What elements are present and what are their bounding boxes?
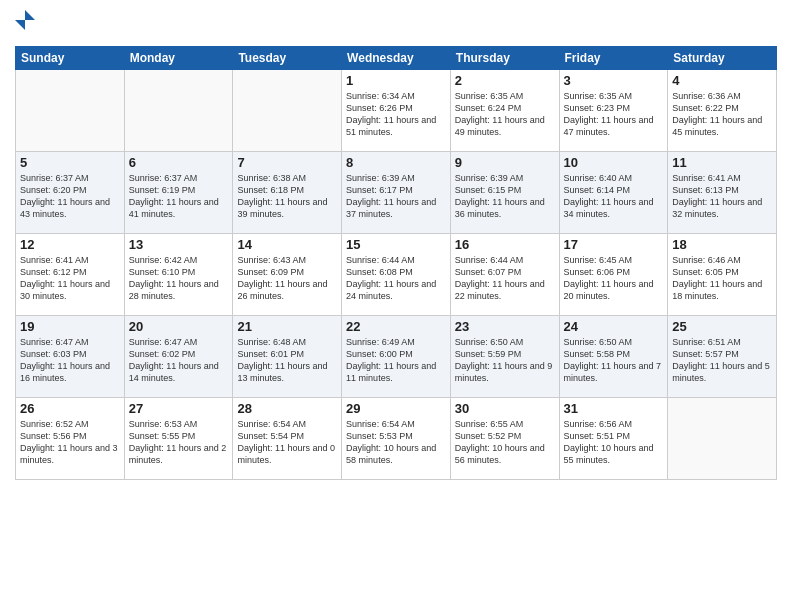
calendar-cell: 2Sunrise: 6:35 AM Sunset: 6:24 PM Daylig… xyxy=(450,70,559,152)
calendar-cell: 10Sunrise: 6:40 AM Sunset: 6:14 PM Dayli… xyxy=(559,152,668,234)
calendar-cell: 17Sunrise: 6:45 AM Sunset: 6:06 PM Dayli… xyxy=(559,234,668,316)
calendar-cell: 4Sunrise: 6:36 AM Sunset: 6:22 PM Daylig… xyxy=(668,70,777,152)
calendar-cell xyxy=(124,70,233,152)
day-number: 1 xyxy=(346,73,446,88)
calendar-cell xyxy=(233,70,342,152)
header xyxy=(15,10,777,38)
calendar-cell: 20Sunrise: 6:47 AM Sunset: 6:02 PM Dayli… xyxy=(124,316,233,398)
cell-content: Sunrise: 6:34 AM Sunset: 6:26 PM Dayligh… xyxy=(346,90,446,139)
cell-content: Sunrise: 6:40 AM Sunset: 6:14 PM Dayligh… xyxy=(564,172,664,221)
calendar-header-saturday: Saturday xyxy=(668,47,777,70)
logo-icon xyxy=(15,10,35,38)
svg-marker-1 xyxy=(15,20,25,30)
day-number: 6 xyxy=(129,155,229,170)
svg-marker-0 xyxy=(25,10,35,20)
day-number: 29 xyxy=(346,401,446,416)
day-number: 26 xyxy=(20,401,120,416)
day-number: 14 xyxy=(237,237,337,252)
cell-content: Sunrise: 6:37 AM Sunset: 6:20 PM Dayligh… xyxy=(20,172,120,221)
day-number: 9 xyxy=(455,155,555,170)
cell-content: Sunrise: 6:46 AM Sunset: 6:05 PM Dayligh… xyxy=(672,254,772,303)
cell-content: Sunrise: 6:54 AM Sunset: 5:53 PM Dayligh… xyxy=(346,418,446,467)
calendar-cell: 28Sunrise: 6:54 AM Sunset: 5:54 PM Dayli… xyxy=(233,398,342,480)
day-number: 4 xyxy=(672,73,772,88)
cell-content: Sunrise: 6:35 AM Sunset: 6:23 PM Dayligh… xyxy=(564,90,664,139)
day-number: 19 xyxy=(20,319,120,334)
calendar-cell: 13Sunrise: 6:42 AM Sunset: 6:10 PM Dayli… xyxy=(124,234,233,316)
cell-content: Sunrise: 6:38 AM Sunset: 6:18 PM Dayligh… xyxy=(237,172,337,221)
day-number: 28 xyxy=(237,401,337,416)
day-number: 22 xyxy=(346,319,446,334)
calendar-header-sunday: Sunday xyxy=(16,47,125,70)
calendar-week-1: 1Sunrise: 6:34 AM Sunset: 6:26 PM Daylig… xyxy=(16,70,777,152)
cell-content: Sunrise: 6:39 AM Sunset: 6:17 PM Dayligh… xyxy=(346,172,446,221)
cell-content: Sunrise: 6:48 AM Sunset: 6:01 PM Dayligh… xyxy=(237,336,337,385)
calendar-cell: 22Sunrise: 6:49 AM Sunset: 6:00 PM Dayli… xyxy=(342,316,451,398)
calendar-cell: 15Sunrise: 6:44 AM Sunset: 6:08 PM Dayli… xyxy=(342,234,451,316)
calendar-week-4: 19Sunrise: 6:47 AM Sunset: 6:03 PM Dayli… xyxy=(16,316,777,398)
calendar-cell: 29Sunrise: 6:54 AM Sunset: 5:53 PM Dayli… xyxy=(342,398,451,480)
calendar-cell: 26Sunrise: 6:52 AM Sunset: 5:56 PM Dayli… xyxy=(16,398,125,480)
cell-content: Sunrise: 6:43 AM Sunset: 6:09 PM Dayligh… xyxy=(237,254,337,303)
day-number: 12 xyxy=(20,237,120,252)
day-number: 27 xyxy=(129,401,229,416)
calendar-cell: 14Sunrise: 6:43 AM Sunset: 6:09 PM Dayli… xyxy=(233,234,342,316)
cell-content: Sunrise: 6:56 AM Sunset: 5:51 PM Dayligh… xyxy=(564,418,664,467)
day-number: 2 xyxy=(455,73,555,88)
calendar-cell: 24Sunrise: 6:50 AM Sunset: 5:58 PM Dayli… xyxy=(559,316,668,398)
cell-content: Sunrise: 6:50 AM Sunset: 5:59 PM Dayligh… xyxy=(455,336,555,385)
day-number: 23 xyxy=(455,319,555,334)
calendar-week-5: 26Sunrise: 6:52 AM Sunset: 5:56 PM Dayli… xyxy=(16,398,777,480)
calendar-header-thursday: Thursday xyxy=(450,47,559,70)
calendar-header-row: SundayMondayTuesdayWednesdayThursdayFrid… xyxy=(16,47,777,70)
cell-content: Sunrise: 6:41 AM Sunset: 6:13 PM Dayligh… xyxy=(672,172,772,221)
calendar-header-tuesday: Tuesday xyxy=(233,47,342,70)
calendar-cell: 11Sunrise: 6:41 AM Sunset: 6:13 PM Dayli… xyxy=(668,152,777,234)
cell-content: Sunrise: 6:45 AM Sunset: 6:06 PM Dayligh… xyxy=(564,254,664,303)
cell-content: Sunrise: 6:42 AM Sunset: 6:10 PM Dayligh… xyxy=(129,254,229,303)
cell-content: Sunrise: 6:54 AM Sunset: 5:54 PM Dayligh… xyxy=(237,418,337,467)
day-number: 16 xyxy=(455,237,555,252)
day-number: 13 xyxy=(129,237,229,252)
cell-content: Sunrise: 6:52 AM Sunset: 5:56 PM Dayligh… xyxy=(20,418,120,467)
cell-content: Sunrise: 6:55 AM Sunset: 5:52 PM Dayligh… xyxy=(455,418,555,467)
page: SundayMondayTuesdayWednesdayThursdayFrid… xyxy=(0,0,792,612)
day-number: 25 xyxy=(672,319,772,334)
calendar: SundayMondayTuesdayWednesdayThursdayFrid… xyxy=(15,46,777,480)
calendar-cell: 19Sunrise: 6:47 AM Sunset: 6:03 PM Dayli… xyxy=(16,316,125,398)
calendar-header-friday: Friday xyxy=(559,47,668,70)
day-number: 10 xyxy=(564,155,664,170)
logo xyxy=(15,10,39,38)
calendar-cell: 7Sunrise: 6:38 AM Sunset: 6:18 PM Daylig… xyxy=(233,152,342,234)
cell-content: Sunrise: 6:53 AM Sunset: 5:55 PM Dayligh… xyxy=(129,418,229,467)
calendar-cell: 9Sunrise: 6:39 AM Sunset: 6:15 PM Daylig… xyxy=(450,152,559,234)
day-number: 21 xyxy=(237,319,337,334)
day-number: 5 xyxy=(20,155,120,170)
calendar-header-monday: Monday xyxy=(124,47,233,70)
cell-content: Sunrise: 6:51 AM Sunset: 5:57 PM Dayligh… xyxy=(672,336,772,385)
calendar-cell: 25Sunrise: 6:51 AM Sunset: 5:57 PM Dayli… xyxy=(668,316,777,398)
day-number: 15 xyxy=(346,237,446,252)
day-number: 20 xyxy=(129,319,229,334)
calendar-cell: 31Sunrise: 6:56 AM Sunset: 5:51 PM Dayli… xyxy=(559,398,668,480)
calendar-cell xyxy=(16,70,125,152)
calendar-cell xyxy=(668,398,777,480)
day-number: 7 xyxy=(237,155,337,170)
day-number: 30 xyxy=(455,401,555,416)
calendar-cell: 30Sunrise: 6:55 AM Sunset: 5:52 PM Dayli… xyxy=(450,398,559,480)
cell-content: Sunrise: 6:44 AM Sunset: 6:08 PM Dayligh… xyxy=(346,254,446,303)
day-number: 3 xyxy=(564,73,664,88)
day-number: 18 xyxy=(672,237,772,252)
calendar-week-2: 5Sunrise: 6:37 AM Sunset: 6:20 PM Daylig… xyxy=(16,152,777,234)
calendar-week-3: 12Sunrise: 6:41 AM Sunset: 6:12 PM Dayli… xyxy=(16,234,777,316)
day-number: 11 xyxy=(672,155,772,170)
calendar-cell: 8Sunrise: 6:39 AM Sunset: 6:17 PM Daylig… xyxy=(342,152,451,234)
cell-content: Sunrise: 6:36 AM Sunset: 6:22 PM Dayligh… xyxy=(672,90,772,139)
cell-content: Sunrise: 6:49 AM Sunset: 6:00 PM Dayligh… xyxy=(346,336,446,385)
cell-content: Sunrise: 6:35 AM Sunset: 6:24 PM Dayligh… xyxy=(455,90,555,139)
cell-content: Sunrise: 6:50 AM Sunset: 5:58 PM Dayligh… xyxy=(564,336,664,385)
calendar-cell: 6Sunrise: 6:37 AM Sunset: 6:19 PM Daylig… xyxy=(124,152,233,234)
calendar-cell: 12Sunrise: 6:41 AM Sunset: 6:12 PM Dayli… xyxy=(16,234,125,316)
calendar-cell: 3Sunrise: 6:35 AM Sunset: 6:23 PM Daylig… xyxy=(559,70,668,152)
cell-content: Sunrise: 6:41 AM Sunset: 6:12 PM Dayligh… xyxy=(20,254,120,303)
